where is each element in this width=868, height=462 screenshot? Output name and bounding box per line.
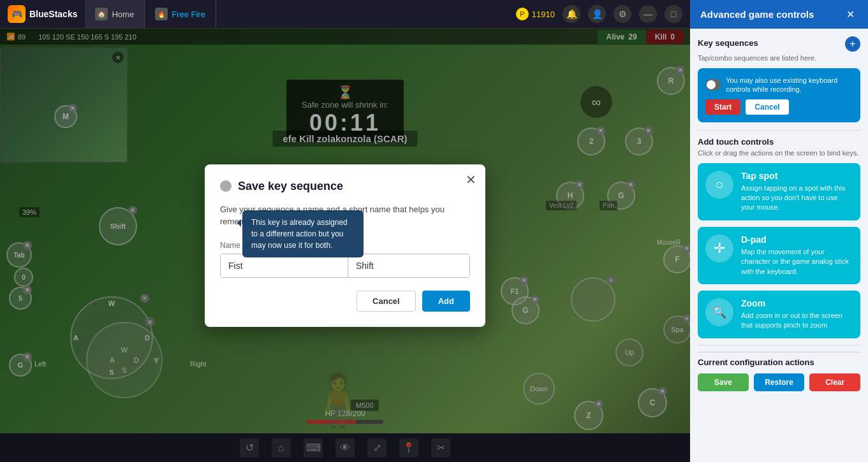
coin-amount: 11910 — [532, 10, 555, 19]
tap-spot-title: Tap spot — [741, 171, 853, 181]
config-btns: Save Restore Clear — [698, 373, 860, 391]
modal-dot-icon — [220, 180, 232, 192]
coins-display: P 11910 — [516, 8, 555, 20]
dpad-card-text: D-pad Map the movement of your character… — [741, 235, 853, 277]
modal-title: Save key sequence — [238, 180, 343, 193]
toggle-knob — [707, 80, 716, 89]
restore-config-btn[interactable]: Restore — [754, 373, 805, 391]
tooltip-text: This key is already assigned to a differ… — [251, 218, 348, 250]
dpad-card-desc: Map the movement of your character or th… — [741, 247, 853, 277]
taskbar-right: P 11910 🔔 👤 ⚙ — □ — [516, 5, 690, 23]
start-recording-btn[interactable]: Start — [705, 99, 740, 115]
toggle-row: You may also use existing keyboard contr… — [705, 76, 853, 94]
tab-freefire[interactable]: 🔥 Free Fire — [145, 0, 216, 28]
bluestacks-logo: 🎮 BlueStacks — [0, 5, 85, 23]
zoom-card-title: Zoom — [741, 298, 853, 308]
zoom-card-text: Zoom Add zoom in or out to the screen th… — [741, 298, 853, 331]
settings-btn[interactable]: ⚙ — [614, 5, 631, 23]
modal-footer: Cancel Add — [220, 291, 470, 312]
add-sequence-btn[interactable]: + — [845, 36, 860, 52]
sequence-key-input[interactable] — [348, 254, 470, 277]
modal-overlay: Save key sequence ✕ Give your sequence a… — [0, 29, 690, 462]
zoom-card[interactable]: 🔍 Zoom Add zoom in or out to the screen … — [698, 291, 860, 338]
cancel-recording-btn[interactable]: Cancel — [746, 99, 788, 115]
panel-close-btn[interactable]: ✕ — [842, 7, 858, 22]
minimize-btn[interactable]: — — [639, 5, 657, 23]
notification-btn[interactable]: 🔔 — [563, 5, 580, 23]
modal-cancel-btn[interactable]: Cancel — [357, 291, 416, 312]
recording-toggle[interactable] — [705, 79, 721, 90]
add-touch-title: Add touch controls — [698, 137, 860, 147]
divider-1 — [698, 130, 860, 131]
divider-2 — [698, 345, 860, 345]
key-sequences-title: Key sequences — [698, 38, 758, 48]
right-panel: Advanced game controls ✕ Key sequences +… — [690, 0, 868, 462]
maximize-btn[interactable]: □ — [665, 5, 682, 23]
add-touch-subtitle: Click or drag the actions on the screen … — [698, 149, 860, 157]
key-conflict-tooltip: This key is already assigned to a differ… — [242, 210, 364, 257]
profile-btn[interactable]: 👤 — [588, 5, 606, 23]
tap-spot-card[interactable]: ○ Tap spot Assign tapping on a spot with… — [698, 163, 860, 220]
freefire-tab-icon: 🔥 — [155, 8, 168, 20]
app-name: BlueStacks — [29, 9, 77, 19]
recording-btns: Start Cancel — [705, 99, 853, 115]
coin-icon: P — [516, 8, 529, 20]
toggle-label: You may also use existing keyboard contr… — [726, 76, 853, 94]
key-sequences-header: Key sequences + — [698, 36, 860, 52]
panel-header: Advanced game controls ✕ — [690, 0, 868, 29]
config-section: Current configuration actions Save Resto… — [698, 352, 860, 391]
key-sequences-subtitle: Tap/combo sequences are listed here. — [698, 54, 860, 62]
bluestacks-icon: 🎮 — [8, 5, 26, 23]
dpad-card-icon: ✛ — [705, 235, 733, 263]
recording-card: You may also use existing keyboard contr… — [698, 68, 860, 122]
panel-title: Advanced game controls — [700, 9, 814, 20]
clear-config-btn[interactable]: Clear — [809, 373, 860, 391]
modal-header: Save key sequence — [220, 180, 470, 193]
tab-freefire-label: Free Fire — [172, 10, 205, 19]
tab-home[interactable]: 🏠 Home — [85, 0, 145, 28]
save-config-btn[interactable]: Save — [698, 373, 749, 391]
tap-spot-text: Tap spot Assign tapping on a spot with t… — [741, 171, 853, 213]
game-area: 🎮 BlueStacks 🏠 Home 🔥 Free Fire P 11910 … — [0, 0, 690, 462]
config-title: Current configuration actions — [698, 352, 860, 373]
modal-close-btn[interactable]: ✕ — [466, 172, 476, 187]
panel-body: Key sequences + Tap/combo sequences are … — [690, 29, 868, 462]
dpad-card-title: D-pad — [741, 235, 853, 245]
zoom-card-icon: 🔍 — [705, 298, 733, 326]
home-tab-icon: 🏠 — [95, 8, 108, 20]
zoom-card-desc: Add zoom in or out to the screen that su… — [741, 311, 853, 331]
tap-spot-icon: ○ — [705, 171, 733, 199]
modal-add-btn[interactable]: Add — [422, 291, 470, 312]
dpad-card[interactable]: ✛ D-pad Map the movement of your charact… — [698, 227, 860, 284]
taskbar: 🎮 BlueStacks 🏠 Home 🔥 Free Fire P 11910 … — [0, 0, 690, 29]
tab-home-label: Home — [112, 10, 134, 19]
tap-spot-desc: Assign tapping on a spot with this actio… — [741, 184, 853, 213]
